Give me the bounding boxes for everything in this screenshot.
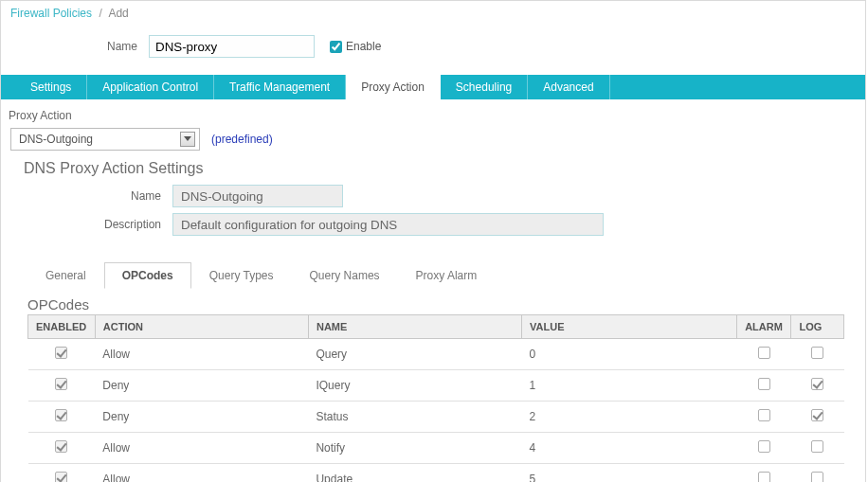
settings-name-label: Name xyxy=(7,189,172,203)
enabled-checkbox xyxy=(55,347,67,359)
cell-action: Allow xyxy=(95,464,308,483)
log-checkbox[interactable] xyxy=(811,378,823,390)
breadcrumb-current: Add xyxy=(108,7,128,20)
alarm-checkbox[interactable] xyxy=(758,440,770,453)
tab-scheduling[interactable]: Scheduling xyxy=(441,75,528,99)
tab-proxy-action[interactable]: Proxy Action xyxy=(346,75,441,99)
settings-desc-label: Description xyxy=(7,218,172,231)
settings-desc-input xyxy=(172,213,604,236)
proxy-action-selected: DNS-Outgoing xyxy=(19,133,93,146)
table-row[interactable]: AllowUpdate5 xyxy=(28,464,844,483)
policy-name-label: Name xyxy=(7,40,149,53)
tab-settings[interactable]: Settings xyxy=(15,75,87,99)
tab-traffic-management[interactable]: Traffic Management xyxy=(214,75,346,99)
cell-action: Deny xyxy=(95,402,308,433)
enabled-checkbox xyxy=(55,440,67,453)
subtab-query-types[interactable]: Query Types xyxy=(191,262,292,289)
table-row[interactable]: AllowQuery0 xyxy=(28,339,844,370)
enable-checkbox[interactable] xyxy=(330,41,342,53)
subtab-proxy-alarm[interactable]: Proxy Alarm xyxy=(398,262,496,289)
col-alarm[interactable]: ALARM xyxy=(737,315,791,339)
cell-action: Allow xyxy=(95,339,308,370)
log-checkbox[interactable] xyxy=(811,440,823,453)
enable-toggle[interactable]: Enable xyxy=(326,38,381,56)
alarm-checkbox[interactable] xyxy=(758,347,770,359)
opcodes-table: ENABLED ACTION NAME VALUE ALARM LOG Allo… xyxy=(27,314,844,482)
enabled-checkbox xyxy=(55,378,67,390)
cell-name: Update xyxy=(308,464,521,483)
cell-action: Deny xyxy=(95,370,308,402)
table-row[interactable]: DenyIQuery1 xyxy=(28,370,844,402)
cell-name: Notify xyxy=(308,433,521,464)
dns-proxy-settings-heading: DNS Proxy Action Settings xyxy=(24,160,859,177)
cell-name: Query xyxy=(308,339,521,370)
col-name[interactable]: NAME xyxy=(308,315,521,339)
col-action[interactable]: ACTION xyxy=(95,315,308,339)
col-log[interactable]: LOG xyxy=(791,315,844,339)
chevron-down-icon[interactable] xyxy=(180,132,195,147)
alarm-checkbox[interactable] xyxy=(758,409,770,421)
predefined-badge: (predefined) xyxy=(211,133,273,146)
col-value[interactable]: VALUE xyxy=(522,315,737,339)
tab-advanced[interactable]: Advanced xyxy=(528,75,609,99)
table-row[interactable]: DenyStatus2 xyxy=(28,402,844,433)
sub-tabs: General OPCodes Query Types Query Names … xyxy=(27,262,859,289)
table-row[interactable]: AllowNotify4 xyxy=(28,433,844,464)
enable-label: Enable xyxy=(346,40,381,53)
breadcrumb-root[interactable]: Firewall Policies xyxy=(10,7,92,20)
cell-value: 1 xyxy=(522,370,737,402)
settings-name-input xyxy=(172,185,343,207)
cell-value: 0 xyxy=(522,339,737,370)
cell-name: IQuery xyxy=(308,370,521,402)
log-checkbox[interactable] xyxy=(811,347,823,359)
log-checkbox[interactable] xyxy=(811,409,823,421)
subtab-general[interactable]: General xyxy=(27,262,104,289)
proxy-action-label: Proxy Action xyxy=(9,109,859,122)
proxy-action-select[interactable]: DNS-Outgoing xyxy=(10,128,200,151)
cell-value: 2 xyxy=(522,402,737,433)
subtab-query-names[interactable]: Query Names xyxy=(292,262,398,289)
enabled-checkbox xyxy=(55,409,67,421)
breadcrumb-sep: / xyxy=(95,7,105,20)
cell-value: 4 xyxy=(522,433,737,464)
alarm-checkbox[interactable] xyxy=(758,378,770,390)
subtab-opcodes[interactable]: OPCodes xyxy=(104,262,191,289)
alarm-checkbox[interactable] xyxy=(758,472,770,482)
opcodes-heading: OPCodes xyxy=(27,296,859,312)
main-tabs: Settings Application Control Traffic Man… xyxy=(1,75,865,99)
log-checkbox[interactable] xyxy=(811,472,823,482)
cell-name: Status xyxy=(308,402,521,433)
enabled-checkbox xyxy=(55,472,67,482)
col-enabled[interactable]: ENABLED xyxy=(28,315,96,339)
policy-name-input[interactable] xyxy=(149,35,315,58)
cell-action: Allow xyxy=(95,433,308,464)
cell-value: 5 xyxy=(522,464,737,483)
breadcrumb: Firewall Policies / Add xyxy=(7,7,859,29)
tab-application-control[interactable]: Application Control xyxy=(87,75,214,99)
